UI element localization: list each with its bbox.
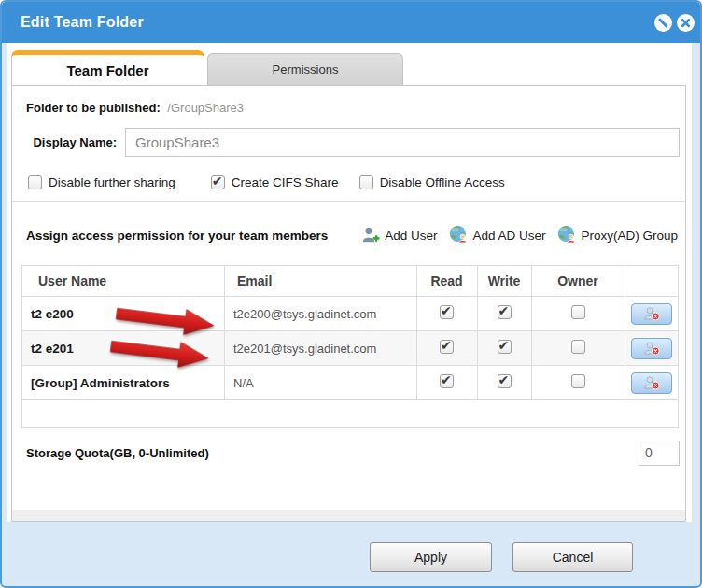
email-cell: t2e200@tsys.gladinet.com [225, 297, 417, 331]
apply-button[interactable]: Apply [370, 542, 492, 572]
section-divider [12, 201, 685, 202]
team-folder-form: Folder to be published: /GroupShare3 Dis… [11, 85, 686, 522]
remove-user-icon [643, 306, 660, 321]
published-folder-row: Folder to be published: /GroupShare3 [26, 101, 685, 117]
disable-offline-access-label: Disable Offline Access [380, 175, 505, 189]
write-checkbox[interactable] [498, 374, 512, 388]
disable-further-sharing-label: Disable further sharing [49, 175, 176, 189]
edit-team-folder-dialog: Edit Team Folder Team Folder Permissions… [0, 0, 702, 588]
assign-permission-heading: Assign access permission for your team m… [26, 229, 328, 243]
storage-quota-row: Storage Quota(GB, 0-Unlimited) [26, 440, 680, 466]
remove-user-icon [643, 341, 660, 356]
proxy-ad-group-button[interactable]: Proxy(AD) Group [557, 225, 678, 246]
write-checkbox[interactable] [498, 305, 512, 319]
assign-permission-row: Assign access permission for your team m… [26, 224, 678, 246]
tab-permissions-label: Permissions [273, 63, 339, 77]
create-cifs-share-checkbox[interactable] [211, 175, 225, 189]
display-name-row: Display Name: [26, 128, 680, 157]
user-name-cell: t2 e200 [22, 297, 225, 331]
permissions-table: User Name Email Read Write Owner t2 e200… [21, 265, 679, 428]
col-read: Read [417, 266, 478, 297]
table-empty-row [22, 400, 679, 428]
owner-checkbox[interactable] [571, 305, 585, 319]
user-name-cell: [Group] Administrators [22, 366, 225, 400]
owner-checkbox[interactable] [571, 374, 585, 388]
member-actions: Add User Add AD User Proxy(AD) Group [361, 225, 678, 246]
add-user-icon [361, 225, 381, 246]
published-folder-path: /GroupShare3 [167, 101, 244, 115]
tab-team-folder[interactable]: Team Folder [11, 50, 204, 85]
table-row: [Group] Administrators N/A [22, 366, 679, 400]
owner-checkbox[interactable] [571, 340, 585, 354]
published-folder-label: Folder to be published: [26, 101, 161, 115]
display-name-input[interactable] [125, 128, 680, 157]
write-checkbox[interactable] [498, 340, 512, 354]
dialog-title: Edit Team Folder [21, 2, 144, 43]
titlebar-icons [654, 14, 695, 32]
remove-user-icon [643, 375, 660, 390]
tab-permissions[interactable]: Permissions [207, 53, 403, 85]
storage-quota-label: Storage Quota(GB, 0-Unlimited) [26, 446, 209, 460]
col-email: Email [225, 266, 417, 297]
add-ad-user-label: Add AD User [472, 229, 545, 243]
cancel-button[interactable]: Cancel [512, 542, 633, 572]
create-cifs-share-label: Create CIFS Share [232, 175, 339, 189]
disable-further-sharing-checkbox[interactable] [28, 175, 42, 189]
disable-offline-access-checkbox[interactable] [359, 175, 373, 189]
user-name-cell: t2 e201 [22, 331, 225, 366]
read-checkbox[interactable] [440, 340, 454, 354]
read-checkbox[interactable] [440, 305, 454, 319]
add-user-label: Add User [385, 229, 437, 243]
display-name-label: Display Name: [26, 135, 125, 149]
col-owner: Owner [532, 266, 625, 297]
restore-icon[interactable] [654, 14, 672, 32]
tab-bar: Team Folder Permissions [7, 43, 692, 85]
table-row: t2 e201 t2e201@tsys.gladinet.com [22, 331, 679, 366]
email-cell: N/A [225, 366, 417, 400]
form-bottom-strip [12, 510, 685, 521]
remove-user-button[interactable] [631, 303, 672, 325]
col-write: Write [478, 266, 532, 297]
proxy-ad-group-label: Proxy(AD) Group [581, 229, 678, 243]
table-header-row: User Name Email Read Write Owner [22, 266, 679, 297]
tab-team-folder-label: Team Folder [66, 63, 148, 78]
table-row: t2 e200 t2e200@tsys.gladinet.com [22, 297, 679, 331]
col-actions [625, 266, 679, 297]
dialog-titlebar: Edit Team Folder [2, 2, 700, 43]
share-options-row: Disable further sharing Create CIFS Shar… [28, 175, 685, 190]
proxy-ad-group-icon [557, 225, 577, 246]
remove-user-button[interactable] [631, 372, 672, 394]
storage-quota-input[interactable] [639, 441, 680, 466]
add-user-button[interactable]: Add User [361, 225, 437, 246]
remove-user-button[interactable] [631, 338, 672, 359]
add-ad-user-button[interactable]: Add AD User [449, 225, 545, 246]
dialog-body-panel: Team Folder Permissions Folder to be pub… [7, 43, 692, 522]
col-user-name: User Name [22, 266, 225, 297]
email-cell: t2e201@tsys.gladinet.com [225, 331, 417, 366]
read-checkbox[interactable] [440, 374, 454, 388]
add-ad-user-icon [449, 225, 469, 246]
close-icon[interactable] [677, 14, 695, 32]
